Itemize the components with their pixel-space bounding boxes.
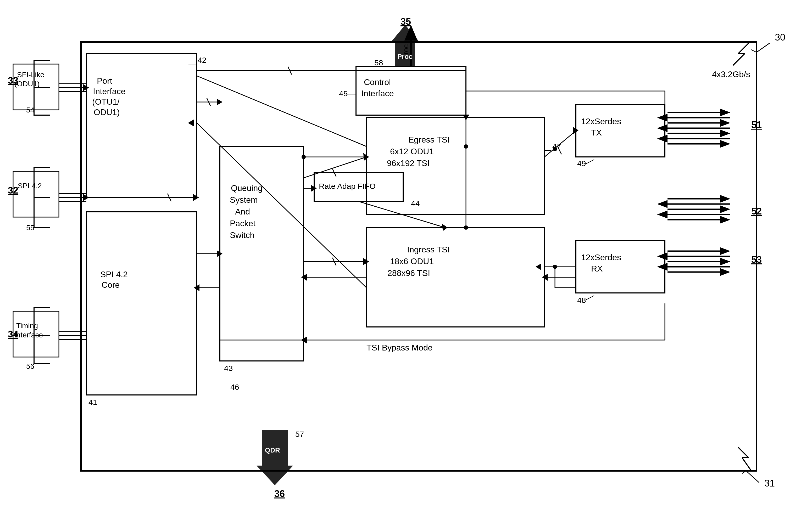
serdes-rx-label2: RX: [591, 264, 602, 273]
control-iface-label1: Control: [364, 77, 391, 87]
ref-53-label: 53: [751, 254, 762, 265]
ref-45: 45: [339, 89, 348, 98]
sfi-like-label2: (ODU1): [14, 80, 39, 88]
ref-49: 49: [577, 159, 586, 168]
egress-tsi-label1: Egress TSI: [408, 135, 450, 144]
ref-46: 46: [230, 383, 239, 391]
svg-point-93: [553, 147, 557, 151]
serdes-rx-label1: 12xSerdes: [581, 253, 621, 262]
svg-rect-0: [0, 0, 812, 509]
queuing-label3: And: [235, 207, 250, 216]
ref-30: 30: [775, 32, 785, 43]
serdes-tx-label2: TX: [591, 128, 602, 137]
ref-54: 54: [26, 106, 34, 114]
speed-label: 4x3.2Gb/s: [712, 70, 750, 79]
spi42core-label2: Core: [101, 280, 120, 290]
ref-35-label: 35: [401, 16, 411, 27]
control-iface-label2: Interface: [361, 89, 394, 98]
ref-36-label: 36: [274, 488, 285, 499]
ref-41: 41: [89, 398, 97, 406]
port-iface-label4: ODU1): [94, 107, 120, 117]
egress-tsi-label2: 6x12 ODU1: [390, 147, 434, 156]
port-iface-label2: Interface: [93, 87, 126, 96]
ingress-tsi-label1: Ingress TSI: [407, 245, 450, 254]
spi42-label: SPI 4.2: [18, 182, 42, 190]
proc-text: Proc: [397, 53, 412, 60]
svg-point-115: [464, 226, 468, 230]
qdr-text: QDR: [265, 446, 280, 454]
timing-iface-label1: Timing: [16, 322, 38, 330]
ref-43: 43: [224, 364, 233, 372]
ref-58: 58: [374, 58, 383, 67]
ref-51-label: 51: [751, 120, 762, 130]
ingress-tsi-label3: 288x96 TSI: [387, 268, 430, 278]
rate-adap-label: Rate Adap FIFO: [319, 182, 376, 191]
ingress-tsi-label2: 18x6 ODU1: [390, 257, 434, 266]
queuing-label1: Queuing: [231, 183, 262, 193]
diagram-container: 30 31 33 SFI-Like (ODU1) 54 32 SPI 4.2 5…: [0, 0, 812, 509]
port-iface-label3: (OTU1/: [92, 97, 120, 106]
queuing-label4: Packet: [230, 219, 255, 228]
sfi-like-label1: SFI-Like: [17, 71, 44, 79]
bypass-label: TSI Bypass Mode: [367, 343, 433, 352]
ref-44: 44: [411, 199, 419, 208]
ref-48: 48: [577, 296, 586, 304]
queuing-label5: Switch: [230, 231, 254, 240]
ref-31: 31: [764, 478, 775, 488]
port-iface-label1: Port: [97, 76, 112, 86]
serdes-tx-label1: 12xSerdes: [581, 117, 621, 126]
ref-55: 55: [26, 224, 34, 232]
egress-tsi-label3: 96x192 TSI: [387, 159, 430, 168]
svg-point-117: [302, 155, 306, 159]
spi42core-label1: SPI 4.2: [100, 270, 128, 279]
queuing-label2: System: [230, 195, 258, 205]
ref-52-label: 52: [751, 206, 762, 216]
ref-56: 56: [26, 362, 34, 370]
timing-iface-label2: Interface: [14, 331, 43, 339]
ref-57: 57: [295, 430, 304, 438]
ref-42: 42: [198, 56, 206, 64]
